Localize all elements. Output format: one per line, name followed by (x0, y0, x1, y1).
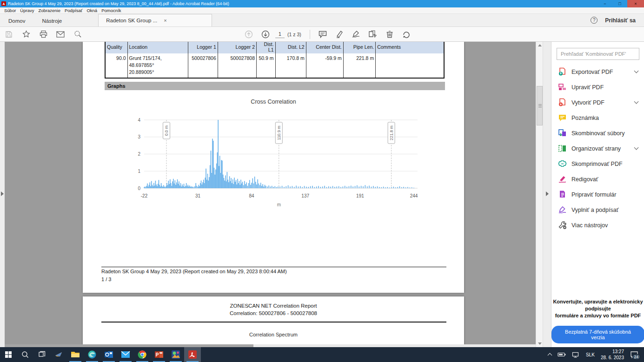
tool-compress-pdf[interactable]: Skomprimovať PDF (551, 156, 644, 171)
menu-podpisat[interactable]: Podpísať (65, 8, 82, 13)
col-dist-l1: Dist. L1 (257, 42, 276, 53)
cross-correlation-chart: 012340.0 m110.9 m221.8 m-223184137191244… (126, 113, 424, 211)
footer-divider (101, 267, 446, 267)
promo-line3: formuláre a zmluvy vo formáte PDF (555, 313, 641, 318)
app-icon-generic[interactable] (50, 347, 67, 362)
chrome-icon[interactable] (134, 347, 151, 362)
taskbar-clock[interactable]: 13:27 28. 6. 2023 (601, 349, 624, 361)
left-panel-expander-icon[interactable] (1, 191, 4, 196)
close-button[interactable]: × (627, 0, 644, 7)
tool-comment[interactable]: Poznámka (551, 110, 644, 125)
photos-app-icon[interactable] (167, 347, 184, 362)
mail-icon[interactable] (117, 347, 134, 362)
col-logger1: Logger 1 (188, 42, 218, 53)
trial-promo: Konvertujte, upravujte a elektronicky po… (551, 298, 644, 343)
language-indicator[interactable]: SLK (586, 352, 595, 357)
free-trial-button[interactable]: Bezplatná 7-dňová skúšobná verzia (551, 326, 644, 343)
tool-label: Exportovať PDF (571, 69, 613, 75)
edge-icon[interactable] (84, 347, 100, 362)
email-icon[interactable] (53, 28, 67, 40)
svg-text:1: 1 (138, 169, 140, 174)
cell-pipe-len: 221.8 m (343, 53, 375, 78)
export-pdf-icon (558, 67, 567, 77)
tab-document[interactable]: Radeton SK Group ... × (98, 14, 212, 26)
document-viewport[interactable]: Quality Location Logger 1 Logger 2 Dist.… (5, 42, 536, 347)
tab-nastroje[interactable]: Nástroje (33, 15, 70, 26)
print-icon[interactable] (36, 28, 50, 40)
highlight-icon[interactable] (332, 28, 346, 40)
svg-text:191: 191 (356, 193, 364, 198)
powerpoint-icon[interactable]: P (151, 347, 167, 362)
col-location: Location (127, 42, 188, 53)
file-explorer-icon[interactable] (67, 347, 84, 362)
menu-upravy[interactable]: Úpravy (20, 8, 34, 13)
task-view-icon[interactable] (33, 347, 50, 362)
tab-domov[interactable]: Domov (0, 15, 33, 26)
rotate-icon[interactable] (399, 28, 413, 40)
svg-text:0: 0 (138, 186, 140, 191)
menu-pomocnik[interactable]: Pomocník (101, 8, 121, 13)
correlation-table: Quality Location Logger 1 Logger 2 Dist.… (105, 42, 445, 79)
vertical-scrollbar[interactable] (536, 42, 543, 347)
scroll-down-icon[interactable] (536, 340, 543, 347)
action-center-icon[interactable]: 24 (630, 351, 639, 358)
col-center-dist: Center Dist. (306, 42, 343, 53)
battery-icon[interactable] (558, 352, 566, 357)
tray-date: 28. 6. 2023 (601, 355, 624, 360)
chevron-down-icon[interactable] (634, 69, 639, 73)
chevron-down-icon[interactable] (634, 145, 639, 150)
acrobat-app-icon: A (1, 1, 6, 6)
fill-sign-tool-icon (558, 205, 567, 215)
tool-prepare-form[interactable]: Pripraviť formulár (551, 187, 644, 202)
save-icon[interactable] (2, 28, 16, 40)
maximize-button[interactable]: □ (612, 0, 627, 7)
tools-search-input[interactable] (557, 48, 639, 60)
vertical-scrollbar-thumb[interactable] (537, 86, 543, 125)
tool-combine-files[interactable]: Skombinovať súbory (551, 125, 644, 141)
taskbar-search-icon[interactable] (17, 347, 33, 362)
search-zoom-icon[interactable] (71, 28, 85, 40)
tool-more-tools[interactable]: Viac nástrojov (551, 217, 644, 233)
delete-icon[interactable] (383, 28, 397, 40)
star-icon[interactable] (19, 28, 33, 40)
tool-edit-pdf[interactable]: Upraviť PDF (551, 79, 644, 95)
acrobat-taskbar-icon[interactable] (184, 347, 201, 362)
network-icon[interactable] (572, 352, 580, 358)
menu-zobrazenie[interactable]: Zobrazenie (38, 8, 60, 13)
tool-label: Vytvoriť PDF (571, 99, 604, 106)
tool-fill-sign[interactable]: Vyplniť a podpísať (551, 202, 644, 217)
start-button[interactable] (0, 347, 17, 362)
combine-files-icon (558, 129, 567, 138)
create-pdf-icon (558, 98, 567, 107)
minimize-button[interactable]: − (598, 0, 612, 7)
help-icon[interactable]: ? (591, 17, 598, 24)
page-number-input[interactable] (275, 31, 285, 38)
menu-subor[interactable]: Súbor (4, 8, 16, 13)
tool-redact[interactable]: Redigovať (551, 171, 644, 187)
sign-in-button[interactable]: Prihlásiť sa (605, 17, 636, 24)
comment-icon[interactable] (316, 28, 330, 40)
window-title: Radeton SK Group 4 May 29, 2023 (Report … (8, 1, 598, 6)
page-up-icon[interactable] (242, 28, 256, 40)
tool-create-pdf[interactable]: Vytvoriť PDF (551, 95, 644, 110)
fill-sign-icon[interactable] (349, 28, 363, 40)
menu-okna[interactable]: Okná (86, 8, 97, 13)
scroll-up-icon[interactable] (536, 42, 543, 49)
comment-note-icon (558, 113, 567, 123)
export-send-icon[interactable] (366, 28, 380, 40)
tools-panel: Exportovať PDF Upraviť PDF Vytvoriť PDF (551, 42, 644, 347)
outlook-icon[interactable] (100, 347, 117, 362)
tools-panel-expander-icon[interactable] (546, 191, 549, 196)
chevron-down-icon[interactable] (634, 99, 639, 104)
window-titlebar: A Radeton SK Group 4 May 29, 2023 (Repor… (0, 0, 644, 7)
tool-organize-pages[interactable]: Organizovať strany (551, 141, 644, 156)
tools-list: Exportovať PDF Upraviť PDF Vytvoriť PDF (551, 64, 644, 233)
cell-quality: 90.0 (105, 53, 127, 78)
tray-expand-icon[interactable] (548, 353, 552, 358)
col-comments: Comments (376, 42, 444, 53)
svg-text:P: P (156, 352, 159, 357)
edit-pdf-icon (558, 83, 567, 92)
tab-close-icon[interactable]: × (164, 18, 166, 23)
page-down-icon[interactable] (259, 28, 272, 40)
tool-export-pdf[interactable]: Exportovať PDF (551, 64, 644, 79)
